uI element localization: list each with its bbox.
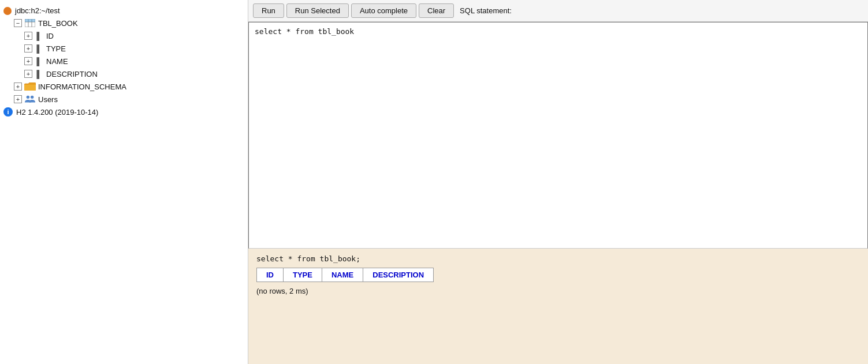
col-id-label: ID xyxy=(46,32,54,40)
expand-info-schema-icon[interactable]: + xyxy=(14,82,22,91)
expand-col-name-icon[interactable]: + xyxy=(24,57,32,65)
run-button[interactable]: Run xyxy=(253,3,284,18)
sql-statement-label: SQL statement: xyxy=(460,6,512,15)
table-icon xyxy=(24,18,36,28)
svg-rect-4 xyxy=(25,19,35,22)
users-label: Users xyxy=(38,95,58,104)
sidebar-item-version: i H2 1.4.200 (2019-10-14) xyxy=(0,106,248,118)
sidebar-item-info-schema[interactable]: + INFORMATION_SCHEMA xyxy=(0,80,248,93)
tbl-book-label: TBL_BOOK xyxy=(38,19,78,28)
sidebar-item-col-id[interactable]: + ▌ ID xyxy=(0,29,248,42)
sidebar-item-col-type[interactable]: + ▌ TYPE xyxy=(0,42,248,55)
auto-complete-button[interactable]: Auto complete xyxy=(351,3,416,18)
folder-icon xyxy=(24,82,36,91)
column-icon: ▌ xyxy=(35,57,44,66)
column-icon: ▌ xyxy=(35,69,44,78)
sidebar-item-col-description[interactable]: + ▌ DESCRIPTION xyxy=(0,67,248,80)
connection-item[interactable]: jdbc:h2:~/test xyxy=(0,5,248,17)
svg-point-5 xyxy=(27,96,29,99)
sidebar: jdbc:h2:~/test − TBL_BOOK + ▌ ID + ▌ TYP… xyxy=(0,0,248,364)
connection-label: jdbc:h2:~/test xyxy=(15,6,60,15)
expand-col-type-icon[interactable]: + xyxy=(24,44,32,52)
col-type-label: TYPE xyxy=(46,44,66,53)
result-table: IDTYPENAMEDESCRIPTION xyxy=(256,268,434,282)
run-selected-button[interactable]: Run Selected xyxy=(286,3,349,18)
version-label: H2 1.4.200 (2019-10-14) xyxy=(16,108,98,117)
result-header-row: IDTYPENAMEDESCRIPTION xyxy=(257,268,434,282)
column-icon: ▌ xyxy=(35,44,44,53)
column-icon: ▌ xyxy=(35,31,44,40)
sidebar-item-users[interactable]: + Users xyxy=(0,93,248,106)
result-col-id: ID xyxy=(257,268,284,282)
info-icon: i xyxy=(3,107,13,117)
result-col-type: TYPE xyxy=(284,268,322,282)
collapse-icon[interactable]: − xyxy=(14,19,22,27)
result-col-name: NAME xyxy=(322,268,363,282)
result-query: select * from tbl_book; xyxy=(256,254,860,263)
toolbar: Run Run Selected Auto complete Clear SQL… xyxy=(248,0,868,22)
result-col-description: DESCRIPTION xyxy=(363,268,434,282)
clear-button[interactable]: Clear xyxy=(419,3,454,18)
main-area: Run Run Selected Auto complete Clear SQL… xyxy=(248,0,868,364)
col-description-label: DESCRIPTION xyxy=(46,70,98,78)
database-icon xyxy=(3,7,12,15)
info-schema-label: INFORMATION_SCHEMA xyxy=(38,82,126,91)
sidebar-item-col-name[interactable]: + ▌ NAME xyxy=(0,55,248,67)
svg-point-6 xyxy=(31,96,33,99)
result-status: (no rows, 2 ms) xyxy=(256,287,860,295)
expand-col-id-icon[interactable]: + xyxy=(24,32,32,40)
sql-editor[interactable] xyxy=(248,22,868,249)
sidebar-item-tbl-book[interactable]: − TBL_BOOK xyxy=(0,17,248,29)
expand-col-desc-icon[interactable]: + xyxy=(24,70,32,78)
results-panel: select * from tbl_book; IDTYPENAMEDESCRI… xyxy=(248,249,868,364)
col-name-label: NAME xyxy=(46,57,68,66)
expand-users-icon[interactable]: + xyxy=(14,95,22,103)
users-icon xyxy=(24,95,36,104)
